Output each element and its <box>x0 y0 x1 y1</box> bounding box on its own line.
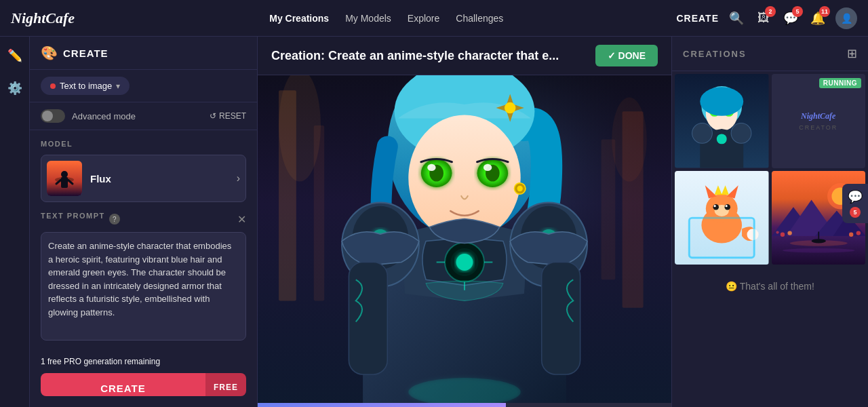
svg-point-23 <box>484 164 492 171</box>
svg-point-25 <box>505 102 516 114</box>
svg-rect-43 <box>542 263 580 374</box>
chat-side-badge: 5 <box>850 207 861 218</box>
all-done-text: That's all of them! <box>740 281 814 292</box>
all-done-emoji: 😐 <box>726 281 737 292</box>
all-done-message: 😐 That's all of them! <box>672 267 868 305</box>
chat-badge: 5 <box>792 6 803 17</box>
model-section: MODEL <box>30 130 257 212</box>
create-free-badge: FREE <box>205 373 246 396</box>
content-area: Creation: Create an anime-style characte… <box>258 37 671 407</box>
nav-right: CREATE 🔍 🖼 2 💬 5 🔔 11 👤 <box>676 7 857 29</box>
creation-thumb-3[interactable] <box>675 171 769 265</box>
creation-title: Creation: Create an anime-style characte… <box>271 49 559 63</box>
svg-point-31 <box>456 254 473 271</box>
mode-button[interactable]: Text to image ▾ <box>41 77 130 95</box>
reset-icon: ↺ <box>210 111 216 121</box>
svg-rect-42 <box>349 263 387 374</box>
mode-dot <box>50 83 56 89</box>
anime-character-image <box>258 75 671 407</box>
grid-view-icon[interactable]: ⊞ <box>847 46 857 61</box>
svg-point-2 <box>61 171 68 178</box>
nightcafe-watermark-logo: NightCafe <box>801 111 835 121</box>
sidebar-settings-icon[interactable]: ⚙️ <box>4 77 26 99</box>
nav-links: My Creations My Models Explore Challenge… <box>96 13 676 24</box>
toggle-knob <box>42 111 53 121</box>
svg-point-27 <box>517 186 523 191</box>
top-nav: NightCafe My Creations My Models Explore… <box>0 0 868 37</box>
free-count: 1 <box>41 357 45 366</box>
progress-bar <box>258 403 671 407</box>
nav-create-button[interactable]: CREATE <box>676 13 719 24</box>
model-card[interactable]: Flux › <box>41 155 246 202</box>
svg-point-55 <box>731 123 751 143</box>
bell-icon[interactable]: 🔔 11 <box>808 9 827 28</box>
nav-challenges[interactable]: Challenges <box>456 13 503 24</box>
running-badge: RUNNING <box>819 78 861 88</box>
main-image-container <box>258 75 671 407</box>
advanced-row: Advanced mode ↺ RESET <box>30 102 257 130</box>
prompt-section-label: TEXT PROMPT <box>41 212 105 220</box>
chevron-down-icon: ▾ <box>116 81 120 91</box>
create-panel: 🎨 CREATE Text to image ▾ Advanced mode ↺… <box>30 37 258 407</box>
svg-rect-3 <box>61 177 68 188</box>
chat-bubble-icon: 💬 <box>848 189 863 204</box>
emoji-icon: 🎨 <box>41 45 58 61</box>
search-icon[interactable]: 🔍 <box>727 9 746 28</box>
nightcafe-watermark-sub: CREATOR <box>799 124 837 131</box>
svg-point-80 <box>780 232 784 236</box>
chat-icon[interactable]: 💬 5 <box>781 9 800 28</box>
sidebar-create-icon[interactable]: ✏️ <box>4 45 26 66</box>
nav-my-creations[interactable]: My Creations <box>269 13 329 24</box>
mode-label: Text to image <box>60 81 112 91</box>
svg-point-85 <box>811 239 825 243</box>
done-button[interactable]: ✓ DONE <box>595 45 658 66</box>
help-icon[interactable]: ? <box>109 214 120 225</box>
create-main-button[interactable]: CREATE <box>41 373 205 396</box>
brand-logo[interactable]: NightCafe <box>11 9 75 27</box>
svg-point-83 <box>848 232 852 236</box>
creation-thumb-2[interactable]: NightCafe CREATOR RUNNING <box>772 74 866 168</box>
model-name: Flux <box>82 173 237 185</box>
svg-point-66 <box>726 205 728 207</box>
creation-thumb-1[interactable] <box>675 74 769 168</box>
svg-point-65 <box>714 205 716 207</box>
main-layout: ✏️ ⚙️ 🎨 CREATE Text to image ▾ Advanced … <box>0 37 868 407</box>
create-panel-header: 🎨 CREATE <box>30 37 257 70</box>
svg-point-67 <box>747 229 759 240</box>
chat-side-panel[interactable]: 💬 5 <box>842 184 868 223</box>
svg-point-84 <box>856 231 860 235</box>
svg-rect-11 <box>601 140 616 280</box>
svg-point-64 <box>725 204 731 210</box>
prompt-label-row: TEXT PROMPT ? <box>41 212 120 227</box>
nav-my-models[interactable]: My Models <box>345 13 391 24</box>
prompt-header: TEXT PROMPT ? ✕ <box>41 212 246 227</box>
svg-point-44 <box>408 378 520 406</box>
svg-point-13 <box>612 98 647 182</box>
content-header: Creation: Create an anime-style characte… <box>258 37 671 75</box>
prompt-textarea[interactable]: Create an anime-style character that emb… <box>41 232 246 341</box>
advanced-mode-toggle[interactable] <box>41 109 65 123</box>
images-badge: 2 <box>765 6 776 17</box>
reset-label: RESET <box>219 111 246 121</box>
svg-point-53 <box>700 87 743 116</box>
images-icon[interactable]: 🖼 2 <box>754 9 773 28</box>
reset-button[interactable]: ↺ RESET <box>210 111 246 121</box>
right-creations-panel: CREATIONS ⊞ <box>671 37 868 407</box>
model-section-label: MODEL <box>41 140 246 148</box>
free-text: free PRO generation remaining <box>47 357 160 366</box>
prompt-clear-icon[interactable]: ✕ <box>237 213 246 226</box>
svg-point-52 <box>717 134 727 144</box>
left-sidebar: ✏️ ⚙️ <box>0 37 30 407</box>
svg-point-79 <box>782 248 854 252</box>
create-button-wrapper[interactable]: CREATE FREE <box>41 373 246 396</box>
user-avatar[interactable]: 👤 <box>835 7 857 29</box>
nav-explore[interactable]: Explore <box>408 13 439 24</box>
svg-point-81 <box>787 231 791 235</box>
mode-selector: Text to image ▾ <box>30 70 257 102</box>
svg-point-22 <box>427 164 435 171</box>
create-panel-title: CREATE <box>63 47 108 59</box>
right-panel-header: CREATIONS ⊞ <box>672 37 868 71</box>
free-remaining: 1 free PRO generation remaining <box>30 353 257 373</box>
creations-grid: NightCafe CREATOR RUNNING <box>672 71 868 267</box>
prompt-section: TEXT PROMPT ? ✕ Create an anime-style ch… <box>30 212 257 353</box>
